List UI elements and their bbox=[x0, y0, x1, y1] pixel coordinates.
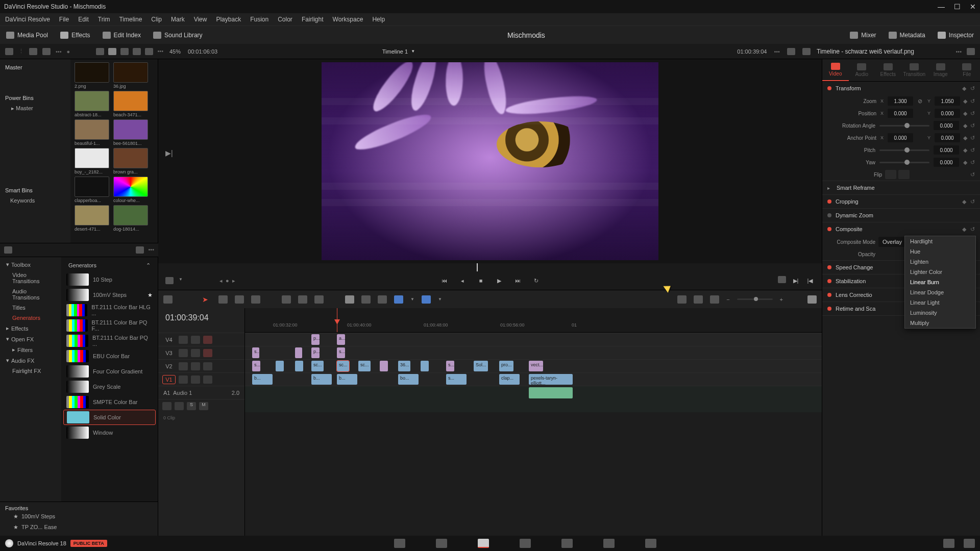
reset-icon[interactable]: ↺ bbox=[970, 85, 975, 92]
marker-icon[interactable] bbox=[422, 295, 431, 304]
rotation-slider[interactable] bbox=[879, 125, 929, 127]
timeline-clip[interactable]: b... bbox=[252, 374, 273, 385]
generator-item[interactable]: 10 Step bbox=[63, 272, 156, 287]
timeline-clip[interactable]: p... bbox=[311, 347, 320, 358]
reset-icon[interactable]: ↺ bbox=[970, 226, 975, 233]
viewer-zoom[interactable]: 45% bbox=[169, 48, 181, 55]
link-clips-icon[interactable] bbox=[345, 295, 354, 304]
insert-mode-icon[interactable] bbox=[165, 277, 174, 284]
auto-select-icon[interactable] bbox=[191, 336, 200, 344]
auto-select-audio-icon[interactable] bbox=[175, 402, 184, 410]
zoom-fit-icon[interactable] bbox=[694, 295, 703, 304]
rotation-field[interactable] bbox=[934, 121, 959, 130]
inspector-tab-effects[interactable]: Effects bbox=[875, 59, 901, 81]
position-x-field[interactable] bbox=[888, 109, 913, 118]
timeline-clip[interactable]: s... bbox=[446, 361, 454, 371]
menu-trim[interactable]: Trim bbox=[98, 16, 110, 23]
generator-item[interactable]: EBU Color Bar bbox=[63, 348, 156, 364]
cropping-section[interactable]: Cropping◆↺ bbox=[822, 195, 980, 208]
timeline-clip[interactable]: sc... bbox=[311, 361, 324, 371]
loop-button[interactable]: ↻ bbox=[531, 276, 541, 285]
timeline-clip[interactable]: s... bbox=[337, 347, 345, 358]
keyframe-icon[interactable]: ◆ bbox=[963, 159, 967, 166]
play-button[interactable]: ▶ bbox=[495, 276, 504, 285]
timeline-clip[interactable] bbox=[380, 361, 388, 371]
generator-item[interactable]: 100mV Steps★ bbox=[63, 287, 156, 303]
media-thumb[interactable]: 2.png bbox=[74, 62, 110, 89]
generator-item[interactable]: Solid Color bbox=[63, 410, 156, 425]
fx-video-transitions[interactable]: Video Transitions bbox=[0, 270, 61, 286]
next-kf-icon[interactable]: ▸ bbox=[232, 278, 235, 284]
smart-reframe-section[interactable]: ▸Smart Reframe bbox=[822, 181, 980, 194]
reset-icon[interactable]: ↺ bbox=[970, 98, 975, 105]
menu-clip[interactable]: Clip bbox=[151, 16, 162, 23]
disable-track-icon[interactable] bbox=[203, 349, 212, 357]
track-a1[interactable]: A1 bbox=[163, 389, 170, 397]
disable-track-icon[interactable] bbox=[203, 362, 212, 370]
timeline-clip[interactable]: Sol... bbox=[474, 361, 488, 371]
menu-mark[interactable]: Mark bbox=[171, 16, 185, 23]
timeline-view-icon[interactable] bbox=[163, 295, 173, 304]
timeline-clip[interactable]: vect... bbox=[529, 361, 543, 371]
fx-toolbox[interactable]: ▾Toolbox bbox=[0, 259, 61, 270]
expand-icon[interactable] bbox=[802, 48, 811, 55]
media-thumb[interactable]: dog-18014... bbox=[112, 205, 149, 232]
fx-filters[interactable]: ▸Filters bbox=[0, 344, 61, 355]
dropdown-option[interactable]: Lighter Color bbox=[905, 267, 975, 277]
transform-section[interactable]: Transform◆↺ bbox=[822, 82, 980, 95]
go-end-button[interactable]: |◀ bbox=[805, 276, 815, 285]
power-bins[interactable]: Power Bins bbox=[0, 93, 70, 103]
dropdown-option[interactable]: Linear Dodge bbox=[905, 287, 975, 297]
flag-icon[interactable] bbox=[394, 295, 403, 304]
keyframe-icon[interactable]: ◆ bbox=[963, 122, 967, 129]
keyframe-icon[interactable]: ◆ bbox=[962, 226, 966, 233]
timeline-clip[interactable]: s... bbox=[446, 374, 467, 385]
menu-playback[interactable]: Playback bbox=[216, 16, 241, 23]
link-zoom-icon[interactable]: ⊘ bbox=[916, 98, 923, 105]
playhead[interactable] bbox=[337, 308, 337, 332]
mixer-toggle[interactable]: Mixer bbox=[850, 32, 876, 39]
dropdown-option[interactable]: Luminosity bbox=[905, 308, 975, 318]
generator-item[interactable]: Window bbox=[63, 425, 156, 440]
reset-icon[interactable]: ↺ bbox=[970, 198, 975, 205]
mute-icon[interactable]: M bbox=[199, 402, 208, 410]
position-y-field[interactable] bbox=[935, 109, 960, 118]
edit-page-icon[interactable] bbox=[478, 539, 489, 548]
bin-master[interactable]: Master bbox=[0, 62, 70, 72]
dynamic-trim-icon[interactable] bbox=[235, 295, 244, 304]
media-thumb[interactable]: colour-whe... bbox=[112, 177, 149, 203]
first-frame-button[interactable]: ⏮ bbox=[439, 276, 449, 285]
fx-openfx[interactable]: ▾Open FX bbox=[0, 334, 61, 344]
fairlight-page-icon[interactable] bbox=[603, 539, 615, 548]
chevron-down-icon[interactable]: ▼ bbox=[179, 277, 183, 284]
bins-collapse-icon[interactable] bbox=[4, 246, 12, 254]
fx-audiofx[interactable]: ▾Audio FX bbox=[0, 355, 61, 366]
media-thumb[interactable]: abstract-18... bbox=[74, 91, 110, 117]
auto-select-icon[interactable] bbox=[191, 349, 200, 357]
fx-search-icon[interactable] bbox=[136, 246, 144, 254]
timeline-clip[interactable]: s... bbox=[252, 361, 260, 371]
fx-fairlightfx[interactable]: Fairlight FX bbox=[0, 366, 61, 376]
reset-icon[interactable]: ↺ bbox=[970, 147, 975, 154]
generator-item[interactable]: BT.2111 Color Bar PQ ... bbox=[63, 333, 156, 348]
blade-tool-icon[interactable] bbox=[251, 295, 260, 304]
lock-track-icon[interactable] bbox=[179, 362, 188, 370]
disable-track-icon[interactable] bbox=[203, 336, 212, 344]
inspector-toggle[interactable]: Inspector bbox=[938, 32, 974, 39]
link-icon[interactable] bbox=[29, 48, 37, 55]
prev-kf-icon[interactable]: ◂ bbox=[219, 278, 223, 284]
dynamic-zoom-section[interactable]: Dynamic Zoom bbox=[822, 209, 980, 222]
sort-icon[interactable] bbox=[145, 48, 153, 55]
timeline-clip[interactable] bbox=[295, 347, 302, 358]
menu-fusion[interactable]: Fusion bbox=[250, 16, 268, 23]
keyframe-icon[interactable]: ◆ bbox=[962, 198, 966, 205]
chevron-down-icon[interactable]: ▼ bbox=[410, 297, 414, 302]
home-icon[interactable] bbox=[943, 539, 954, 548]
chain-icon[interactable] bbox=[361, 295, 371, 304]
overwrite-icon[interactable] bbox=[298, 295, 307, 304]
menu-view[interactable]: View bbox=[194, 16, 207, 23]
media-thumb[interactable]: beautiful-1... bbox=[74, 119, 110, 146]
composite-section[interactable]: Composite◆↺ bbox=[822, 222, 980, 236]
inspector-tab-image[interactable]: Image bbox=[927, 59, 954, 81]
strip-view-icon[interactable] bbox=[96, 48, 104, 55]
